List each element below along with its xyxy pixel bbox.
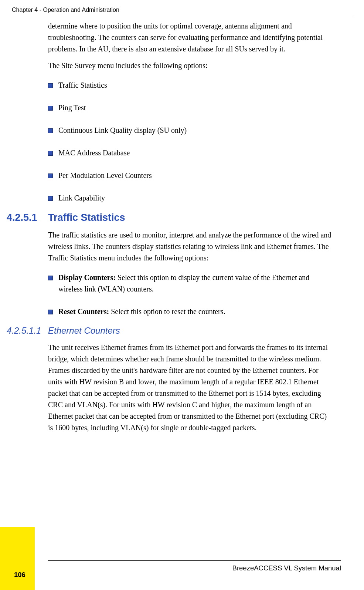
- square-bullet-icon: [48, 310, 53, 314]
- content-area: determine where to position the units fo…: [48, 20, 333, 439]
- footer-manual-title: BreezeACCESS VL System Manual: [232, 564, 341, 572]
- list-item: Traffic Statistics: [48, 80, 333, 91]
- list-item: Link Capability: [48, 192, 333, 204]
- list-item: Continuous Link Quality display (SU only…: [48, 125, 333, 136]
- list-item: Display Counters: Select this option to …: [48, 272, 333, 295]
- option-description: Select this option to reset the counters…: [109, 307, 225, 316]
- section-number: 4.2.5.1: [7, 212, 48, 223]
- section-title: Ethernet Counters: [48, 326, 120, 336]
- footer-rule: [48, 560, 341, 561]
- square-bullet-icon: [48, 173, 53, 178]
- square-bullet-icon: [48, 128, 53, 133]
- list-item: MAC Address Database: [48, 147, 333, 159]
- list-item-text: Traffic Statistics: [58, 80, 333, 91]
- square-bullet-icon: [48, 196, 53, 201]
- intro-paragraph-2: The Site Survey menu includes the follow…: [48, 60, 333, 71]
- chapter-header: Chapter 4 - Operation and Administration: [12, 7, 352, 15]
- square-bullet-icon: [48, 83, 53, 88]
- square-bullet-icon: [48, 106, 53, 111]
- list-item: Ping Test: [48, 102, 333, 114]
- list-item-text: Ping Test: [58, 102, 333, 114]
- ethernet-counters-paragraph: The unit receives Ethernet frames from i…: [48, 342, 333, 434]
- page-number-highlight: [0, 527, 35, 590]
- list-item-text: Link Capability: [58, 192, 333, 204]
- square-bullet-icon: [48, 151, 53, 156]
- list-item-text: Reset Counters: Select this option to re…: [58, 306, 333, 317]
- page-number: 106: [14, 571, 25, 579]
- list-item: Per Modulation Level Counters: [48, 170, 333, 181]
- section-title: Traffic Statistics: [48, 212, 125, 223]
- page: Chapter 4 - Operation and Administration…: [0, 0, 364, 590]
- list-item-text: MAC Address Database: [58, 147, 333, 159]
- section-heading-ethernet-counters: 4.2.5.1.1 Ethernet Counters: [7, 326, 333, 336]
- section-number: 4.2.5.1.1: [7, 326, 48, 336]
- section-heading-traffic-statistics: 4.2.5.1 Traffic Statistics: [7, 212, 333, 223]
- intro-paragraph-1: determine where to position the units fo…: [48, 20, 333, 55]
- list-item-text: Per Modulation Level Counters: [58, 170, 333, 181]
- option-label: Reset Counters:: [58, 307, 109, 316]
- list-item-text: Display Counters: Select this option to …: [58, 272, 333, 295]
- square-bullet-icon: [48, 276, 53, 280]
- site-survey-options-list: Traffic Statistics Ping Test Continuous …: [48, 80, 333, 204]
- list-item-text: Continuous Link Quality display (SU only…: [58, 125, 333, 136]
- option-label: Display Counters:: [58, 273, 116, 281]
- traffic-statistics-paragraph: The traffic statistics are used to monit…: [48, 229, 333, 264]
- list-item: Reset Counters: Select this option to re…: [48, 306, 333, 317]
- traffic-statistics-options-list: Display Counters: Select this option to …: [48, 272, 333, 317]
